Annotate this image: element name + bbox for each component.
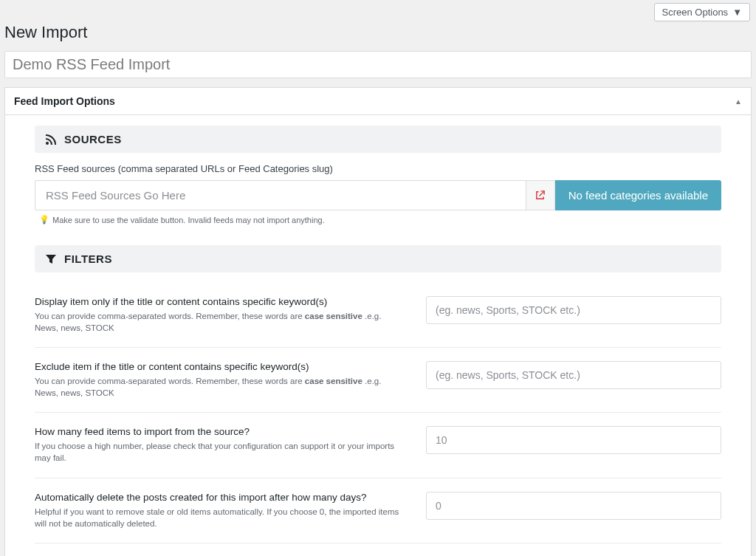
screen-options-label: Screen Options: [662, 7, 729, 18]
include-keywords-sub: You can provide comma-separated words. R…: [35, 310, 404, 334]
validate-feed-button[interactable]: [526, 180, 555, 210]
autodelete-days-input[interactable]: [426, 492, 721, 520]
exclude-keywords-label: Exclude item if the title or content con…: [35, 361, 404, 372]
collapse-panel-icon[interactable]: ▲: [735, 97, 742, 106]
sources-section-heading: SOURCES: [35, 126, 721, 153]
filters-section-heading: FILTERS: [35, 245, 721, 272]
external-link-icon: [535, 190, 546, 201]
no-feed-categories-badge: No feed categories available: [555, 180, 721, 210]
items-count-sub: If you choose a high number, please chec…: [35, 440, 404, 464]
exclude-keywords-input[interactable]: [426, 361, 721, 389]
items-count-input[interactable]: [426, 426, 721, 454]
filter-icon: [45, 253, 57, 265]
import-name-input[interactable]: [4, 51, 752, 78]
panel-heading: Feed Import Options: [14, 95, 115, 107]
include-keywords-input[interactable]: [426, 296, 721, 324]
sources-hint: 💡 Make sure to use the validate button. …: [35, 215, 721, 224]
autodelete-days-label: Automatically delete the posts created f…: [35, 492, 404, 503]
autodelete-days-sub: Helpful if you want to remove stale or o…: [35, 506, 404, 529]
sources-hint-text: Make sure to use the validate button. In…: [52, 216, 325, 224]
screen-options-button[interactable]: Screen Options ▼: [654, 3, 750, 21]
page-title: New Import: [0, 21, 756, 51]
sources-heading-text: SOURCES: [64, 133, 122, 145]
rss-sources-input[interactable]: [35, 180, 526, 210]
chevron-down-icon: ▼: [732, 7, 742, 18]
exclude-keywords-sub: You can provide comma-separated words. R…: [35, 375, 404, 399]
feed-import-options-panel: Feed Import Options ▲ SOURCES RSS Feed s…: [4, 87, 752, 556]
filters-heading-text: FILTERS: [64, 253, 112, 265]
sources-label: RSS Feed sources (comma separated URLs o…: [35, 163, 721, 174]
lightbulb-icon: 💡: [39, 215, 49, 224]
rss-icon: [45, 134, 57, 145]
svg-point-0: [46, 142, 49, 145]
items-count-label: How many feed items to import from the s…: [35, 426, 404, 437]
include-keywords-label: Display item only if the title or conten…: [35, 296, 404, 307]
